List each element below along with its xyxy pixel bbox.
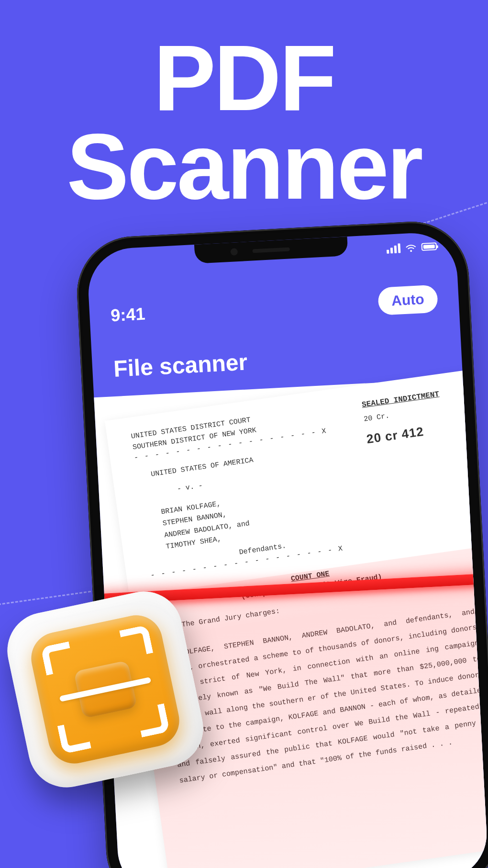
phone-screen: 9:41 Auto File scanner UNITED STATES DIS… bbox=[86, 231, 488, 868]
hero-title-line2: Scanner bbox=[0, 122, 488, 211]
doc-case-number: 20 cr 412 bbox=[366, 419, 445, 448]
status-time: 9:41 bbox=[110, 304, 145, 326]
cellular-signal-icon bbox=[386, 243, 400, 253]
app-title: File scanner bbox=[113, 338, 441, 382]
scanner-app-icon bbox=[0, 585, 211, 795]
hero-title-line1: PDF bbox=[0, 34, 488, 122]
auto-button[interactable]: Auto bbox=[377, 284, 438, 315]
wifi-icon bbox=[405, 243, 417, 252]
doc-body-text: KOLFAGE, STEPHEN BANNON, ANDREW BADOLATO… bbox=[161, 604, 488, 789]
battery-icon bbox=[421, 242, 437, 251]
hero-title-block: PDF Scanner bbox=[0, 0, 488, 211]
